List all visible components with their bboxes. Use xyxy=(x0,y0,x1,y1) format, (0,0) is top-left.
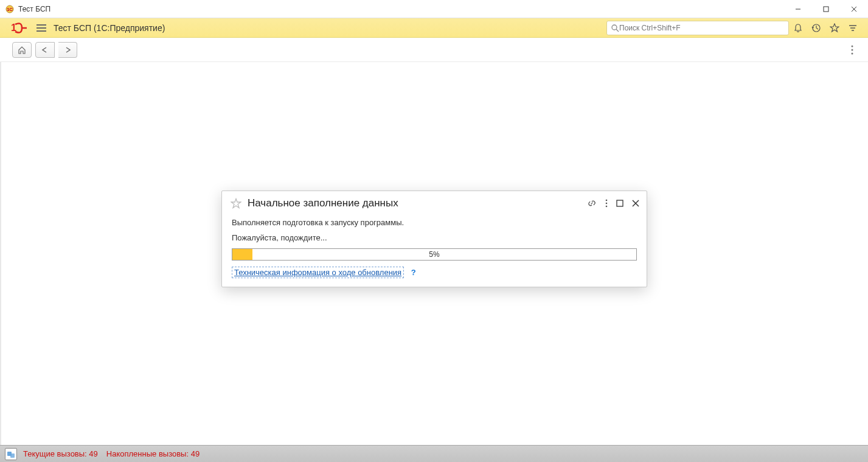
favorite-star-icon[interactable] xyxy=(231,198,241,209)
help-icon[interactable]: ? xyxy=(411,268,416,277)
dialog-title: Начальное заполнение данных xyxy=(248,197,398,209)
svg-rect-22 xyxy=(617,200,623,206)
back-button[interactable] xyxy=(35,42,55,58)
status-current-calls: Текущие вызовы: 49 xyxy=(23,449,98,458)
initial-data-fill-dialog: Начальное заполнение данных Выполняется … xyxy=(221,191,647,287)
window-titlebar: 1C Тест БСП xyxy=(0,0,868,18)
svg-rect-3 xyxy=(824,7,828,12)
dialog-message-line1: Выполняется подготовка к запуску програм… xyxy=(232,218,637,227)
home-button[interactable] xyxy=(12,42,32,58)
navigation-strip xyxy=(0,38,868,62)
status-bar-icon[interactable] xyxy=(5,448,17,460)
window-minimize-button[interactable] xyxy=(784,0,812,18)
svg-marker-11 xyxy=(830,24,839,32)
svg-rect-26 xyxy=(10,453,15,458)
window-maximize-button[interactable] xyxy=(812,0,840,18)
dialog-link-icon[interactable] xyxy=(587,198,597,208)
dialog-close-icon[interactable] xyxy=(632,200,639,207)
svg-point-15 xyxy=(852,45,853,47)
app-toolbar: 1 Тест БСП (1С:Предприятие) xyxy=(0,18,868,38)
svg-text:1C: 1C xyxy=(7,7,13,12)
app-title: Тест БСП (1С:Предприятие) xyxy=(54,23,165,33)
logo-1c-icon: 1 xyxy=(11,23,27,33)
app-icon: 1C xyxy=(5,4,15,14)
svg-point-17 xyxy=(852,52,853,54)
search-input[interactable] xyxy=(619,24,785,32)
menu-hamburger-icon[interactable] xyxy=(36,23,46,33)
window-close-button[interactable] xyxy=(840,0,868,18)
dialog-body: Выполняется подготовка к запуску програм… xyxy=(222,213,647,277)
svg-marker-18 xyxy=(231,199,241,208)
technical-info-link[interactable]: Техническая информация о ходе обновления xyxy=(232,267,404,278)
more-options-icon[interactable] xyxy=(849,43,856,57)
svg-point-19 xyxy=(606,200,608,201)
svg-point-8 xyxy=(612,25,617,30)
forward-button[interactable] xyxy=(58,42,77,58)
notifications-bell-icon[interactable] xyxy=(789,19,807,37)
dialog-message-line2: Пожалуйста, подождите... xyxy=(232,233,637,242)
svg-line-9 xyxy=(616,29,619,32)
search-icon xyxy=(611,24,619,32)
status-bar: Текущие вызовы: 49 Накопленные вызовы: 4… xyxy=(0,445,868,462)
dialog-maximize-icon[interactable] xyxy=(616,200,623,207)
svg-point-21 xyxy=(606,206,608,208)
search-box[interactable] xyxy=(606,21,789,35)
settings-filter-icon[interactable] xyxy=(844,19,862,37)
progress-label: 5% xyxy=(232,249,636,260)
status-accumulated-calls: Накопленные вызовы: 49 xyxy=(106,449,200,458)
dialog-more-icon[interactable] xyxy=(605,199,608,208)
history-icon[interactable] xyxy=(807,19,825,37)
window-title: Тест БСП xyxy=(18,5,50,13)
dialog-header: Начальное заполнение данных xyxy=(222,191,647,213)
svg-point-20 xyxy=(606,203,608,205)
favorites-star-icon[interactable] xyxy=(825,19,844,37)
svg-point-16 xyxy=(852,49,853,51)
progress-bar: 5% xyxy=(232,248,637,261)
